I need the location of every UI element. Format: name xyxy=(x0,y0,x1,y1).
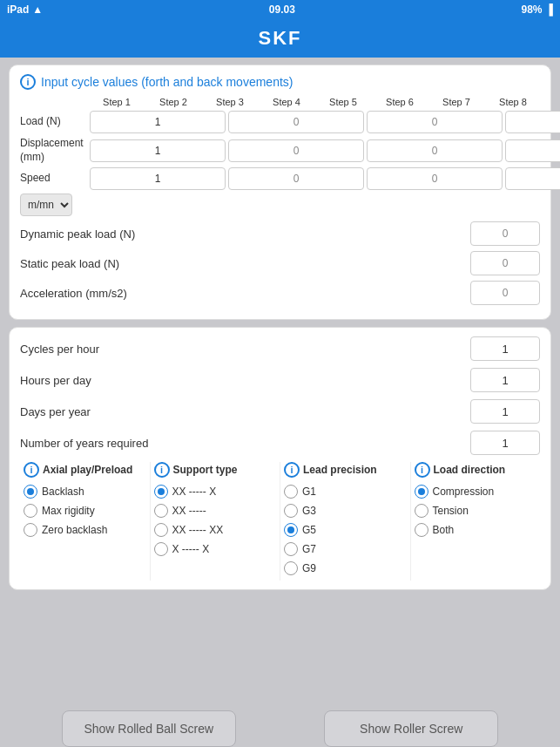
unit-row: m/mn m/s mm/s xyxy=(20,194,540,216)
lead-precision-title: i Lead precision xyxy=(284,462,407,478)
lead-precision-info-icon[interactable]: i xyxy=(284,462,300,478)
lead-g5-radio[interactable] xyxy=(284,523,298,537)
cycle-values-header: i Input cycle values (forth and back mov… xyxy=(20,74,540,90)
load-step3-input[interactable] xyxy=(367,111,503,133)
load-step4-input[interactable] xyxy=(505,111,560,133)
load-step1-input[interactable] xyxy=(90,111,226,133)
battery-icon: ▐ xyxy=(545,3,553,16)
lead-g1-item[interactable]: G1 xyxy=(284,485,407,499)
cycles-per-hour-input[interactable] xyxy=(470,336,540,361)
lead-g3-radio[interactable] xyxy=(284,504,298,518)
step-5-header: Step 5 xyxy=(316,97,370,107)
speed-unit-select[interactable]: m/mn m/s mm/s xyxy=(20,194,72,216)
speed-step4-input[interactable] xyxy=(505,167,560,190)
load-tension-label: Tension xyxy=(433,505,469,517)
support-type-info-icon[interactable]: i xyxy=(154,462,170,478)
support-x-x-radio[interactable] xyxy=(154,542,168,556)
load-step2-input[interactable] xyxy=(228,111,364,133)
axial-backlash-radio[interactable] xyxy=(24,485,37,499)
support-xx-xx-item[interactable]: XX ----- XX xyxy=(154,523,277,537)
axial-zero-backlash-label: Zero backlash xyxy=(42,524,107,536)
load-direction-info-icon[interactable]: i xyxy=(415,462,430,478)
axial-backlash-label: Backlash xyxy=(42,486,84,498)
displacement-inputs xyxy=(90,139,560,162)
radio-groups-row: i Axial play/Preload Backlash Max rigidi… xyxy=(20,462,540,581)
hours-per-day-input[interactable] xyxy=(470,368,540,392)
years-required-label: Number of years required xyxy=(20,437,470,450)
load-both-label: Both xyxy=(433,524,455,536)
support-xx-item[interactable]: XX ----- xyxy=(154,504,277,518)
lead-g1-radio[interactable] xyxy=(284,485,298,499)
load-tension-item[interactable]: Tension xyxy=(415,504,537,518)
acceleration-input[interactable] xyxy=(470,281,540,305)
disp-step2-input[interactable] xyxy=(228,139,364,162)
acceleration-label: Acceleration (mm/s2) xyxy=(20,287,470,300)
load-compression-item[interactable]: Compression xyxy=(415,485,537,499)
support-x-x-item[interactable]: X ----- X xyxy=(154,542,277,556)
speed-step1-input[interactable] xyxy=(90,167,226,190)
step-3-header: Step 3 xyxy=(203,97,257,107)
lead-g3-item[interactable]: G3 xyxy=(284,504,407,518)
time-label: 09.03 xyxy=(269,3,295,16)
displacement-row: Displacement (mm) xyxy=(20,137,540,164)
lead-g5-item[interactable]: G5 xyxy=(284,523,407,537)
hours-per-day-label: Hours per day xyxy=(20,374,470,387)
speed-label: Speed xyxy=(20,172,90,186)
speed-step2-input[interactable] xyxy=(228,167,364,190)
support-xx-radio[interactable] xyxy=(154,504,168,518)
lead-g9-radio[interactable] xyxy=(284,561,298,575)
lead-precision-label: Lead precision xyxy=(303,464,377,476)
load-both-item[interactable]: Both xyxy=(415,523,537,537)
show-roller-screw-button[interactable]: Show Roller Screw xyxy=(324,710,498,747)
show-ball-screw-button[interactable]: Show Rolled Ball Screw xyxy=(62,710,236,747)
cycle-values-title: Input cycle values (forth and back movem… xyxy=(41,75,293,89)
speed-step3-input[interactable] xyxy=(367,167,503,190)
support-xx-xx-radio[interactable] xyxy=(154,523,168,537)
carrier-label: iPad xyxy=(7,3,29,16)
axial-play-title: i Axial play/Preload xyxy=(24,462,146,478)
axial-backlash-item[interactable]: Backlash xyxy=(24,485,146,499)
axial-play-group: i Axial play/Preload Backlash Max rigidi… xyxy=(20,462,151,581)
static-peak-row: Static peak load (N) xyxy=(20,251,540,275)
step-headers: Step 1 Step 2 Step 3 Step 4 Step 5 Step … xyxy=(90,97,540,107)
axial-zero-backlash-radio[interactable] xyxy=(24,523,37,537)
lead-g7-label: G7 xyxy=(302,543,316,555)
step-7-header: Step 7 xyxy=(429,97,483,107)
steps-header-row: Step 1 Step 2 Step 3 Step 4 Step 5 Step … xyxy=(20,97,540,107)
status-left: iPad ▲ xyxy=(7,3,43,16)
battery-label: 98% xyxy=(521,3,542,16)
cycles-per-hour-row: Cycles per hour xyxy=(20,336,540,361)
years-required-input[interactable] xyxy=(470,431,540,455)
static-peak-input[interactable] xyxy=(470,251,540,275)
load-compression-radio[interactable] xyxy=(415,485,428,499)
support-xx-label: XX ----- xyxy=(172,505,206,517)
axial-zero-backlash-item[interactable]: Zero backlash xyxy=(24,523,146,537)
axial-max-rigidity-item[interactable]: Max rigidity xyxy=(24,504,146,518)
disp-step3-input[interactable] xyxy=(367,139,503,162)
lead-g7-item[interactable]: G7 xyxy=(284,542,407,556)
lead-g3-label: G3 xyxy=(302,505,316,517)
days-per-year-input[interactable] xyxy=(470,399,540,424)
cycle-info-icon[interactable]: i xyxy=(20,74,36,90)
support-xx-x-item[interactable]: XX ----- X xyxy=(154,485,277,499)
support-xx-x-radio[interactable] xyxy=(154,485,168,499)
disp-step4-input[interactable] xyxy=(505,139,560,162)
lead-g7-radio[interactable] xyxy=(284,542,298,556)
lead-g9-item[interactable]: G9 xyxy=(284,561,407,575)
axial-play-info-icon[interactable]: i xyxy=(24,462,39,478)
step-4-header: Step 4 xyxy=(260,97,314,107)
load-direction-title: i Load direction xyxy=(415,462,537,478)
load-both-radio[interactable] xyxy=(415,523,428,537)
dynamic-peak-input[interactable] xyxy=(470,221,540,246)
years-required-row: Number of years required xyxy=(20,431,540,455)
load-label: Load (N) xyxy=(20,115,90,129)
lead-g1-label: G1 xyxy=(302,486,316,498)
axial-max-rigidity-radio[interactable] xyxy=(24,504,37,518)
acceleration-row: Acceleration (mm/s2) xyxy=(20,281,540,305)
load-tension-radio[interactable] xyxy=(415,504,428,518)
support-type-group: i Support type XX ----- X XX ----- XX --… xyxy=(151,462,281,581)
days-per-year-row: Days per year xyxy=(20,399,540,424)
support-type-label: Support type xyxy=(173,464,238,476)
disp-step1-input[interactable] xyxy=(90,139,226,162)
lead-precision-group: i Lead precision G1 G3 G5 G7 xyxy=(280,462,411,581)
